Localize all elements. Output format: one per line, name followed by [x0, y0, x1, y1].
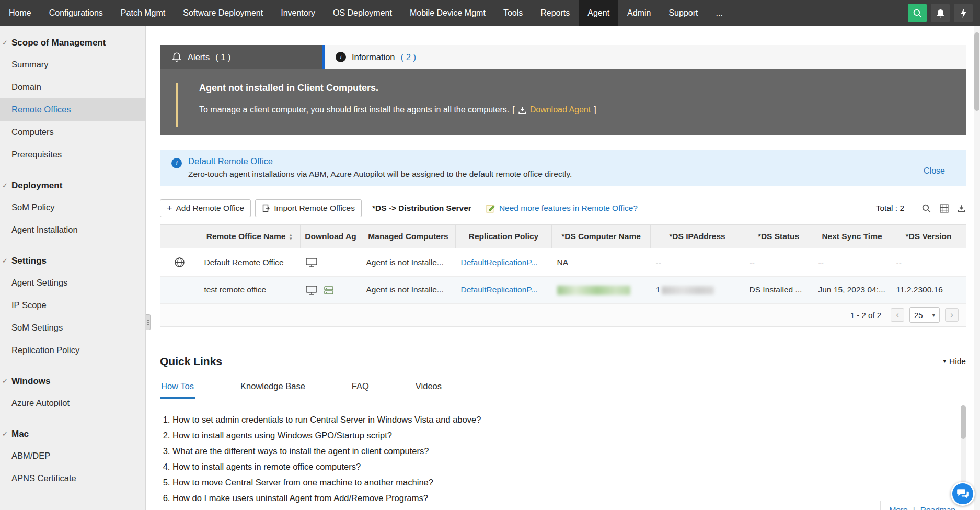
search-button[interactable]: [908, 4, 927, 22]
pagination-range: 1 - 2 of 2: [850, 311, 881, 320]
list-item[interactable]: How to install agents in remote office c…: [172, 459, 966, 474]
sidebar-section-title: ✓ Scope of Management: [0, 30, 145, 53]
nav-item-more[interactable]: ...: [707, 0, 731, 26]
notifications-button[interactable]: [931, 4, 950, 22]
table-row: Default Remote Office Agent is not Insta…: [160, 248, 966, 277]
tab-videos[interactable]: Videos: [414, 376, 443, 399]
hide-toggle[interactable]: ▾ Hide: [943, 357, 966, 366]
more-link[interactable]: More: [889, 505, 907, 510]
tab-information-label: Information: [352, 52, 395, 62]
sidebar-item-domain[interactable]: Domain: [0, 76, 145, 98]
sidebar-item-replication-policy[interactable]: Replication Policy: [0, 339, 145, 361]
scrollbar-thumb[interactable]: [961, 405, 966, 439]
search-table-icon[interactable]: [921, 203, 931, 213]
close-link[interactable]: Close: [924, 166, 945, 176]
bell-icon: [171, 52, 182, 62]
replication-policy-link[interactable]: DefaultReplicationP...: [461, 258, 538, 267]
hide-label: Hide: [949, 357, 966, 366]
list-item[interactable]: How to move Central Server from one mach…: [172, 474, 966, 490]
nav-item-reports[interactable]: Reports: [532, 0, 579, 26]
previous-page-button[interactable]: ‹: [891, 308, 904, 322]
nav-item-mobile-device-mgmt[interactable]: Mobile Device Mgmt: [401, 0, 494, 26]
nav-item-tools[interactable]: Tools: [494, 0, 532, 26]
chat-widget-button[interactable]: [951, 482, 975, 506]
header-next-sync-time: Next Sync Time: [813, 225, 891, 248]
ds-status-cell: --: [744, 248, 813, 277]
nav-item-agent[interactable]: Agent: [579, 0, 618, 26]
total-count-label: Total : 2: [876, 203, 904, 213]
header-icon-column: [160, 225, 199, 248]
tab-knowledge-base[interactable]: Knowledge Base: [239, 376, 306, 399]
footer-separator: |: [913, 505, 915, 510]
check-icon: ✓: [2, 430, 8, 438]
sort-icon[interactable]: ▲▼: [289, 233, 293, 241]
scrollbar-thumb[interactable]: [974, 32, 979, 111]
column-chooser-icon[interactable]: [940, 204, 949, 213]
nav-item-admin[interactable]: Admin: [618, 0, 660, 26]
search-icon: [913, 8, 923, 18]
sidebar-item-remote-offices[interactable]: Remote Offices: [0, 98, 145, 121]
page-size-value: 25: [914, 311, 923, 320]
header-remote-office-name[interactable]: Remote Office Name▲▼: [199, 225, 301, 248]
nav-item-patch-mgmt[interactable]: Patch Mgmt: [112, 0, 174, 26]
monitor-icon[interactable]: [306, 286, 317, 295]
import-remote-offices-label: Import Remote Offices: [274, 203, 355, 213]
quick-links-tabs: How Tos Knowledge Base FAQ Videos: [160, 376, 966, 399]
list-item[interactable]: How do I make users uninstall Agent from…: [172, 490, 966, 506]
sidebar-item-prerequisites[interactable]: Prerequisites: [0, 143, 145, 166]
header-download-agent: Download Ag: [301, 225, 361, 248]
sidebar-section-title: ✓ Mac: [0, 422, 145, 445]
quick-actions-button[interactable]: [954, 4, 973, 22]
page-scrollbar[interactable]: [974, 26, 980, 510]
sidebar-item-agent-installation[interactable]: Agent Installation: [0, 219, 145, 241]
roadmap-link[interactable]: Roadmap: [920, 505, 955, 510]
nav-item-inventory[interactable]: Inventory: [272, 0, 324, 26]
export-icon[interactable]: [957, 204, 966, 213]
tab-alerts[interactable]: Alerts ( 1 ): [160, 45, 322, 69]
list-item[interactable]: How to install agents using Windows GPO/…: [172, 427, 966, 443]
tab-information-count: ( 2 ): [401, 52, 416, 62]
sidebar-item-agent-settings[interactable]: Agent Settings: [0, 271, 145, 294]
tab-information[interactable]: i Information ( 2 ): [325, 45, 966, 69]
info-icon: i: [171, 158, 182, 168]
page-size-select[interactable]: 25 ▾: [909, 307, 940, 323]
replication-policy-link[interactable]: DefaultReplicationP...: [461, 285, 538, 294]
sidebar-item-azure-autopilot[interactable]: Azure Autopilot: [0, 392, 145, 414]
nav-item-os-deployment[interactable]: OS Deployment: [324, 0, 401, 26]
download-agent-link[interactable]: Download Agent: [530, 105, 591, 115]
add-remote-office-label: Add Remote Office: [176, 203, 245, 213]
default-remote-office-link[interactable]: Default Remote Office: [188, 156, 572, 166]
sidebar-item-summary[interactable]: Summary: [0, 53, 145, 76]
sidebar-item-computers[interactable]: Computers: [0, 121, 145, 143]
ds-version-cell: 11.2.2300.16: [891, 277, 966, 304]
need-more-features-label: Need more features in Remote Office?: [499, 203, 638, 213]
monitor-icon[interactable]: [306, 258, 317, 267]
list-item[interactable]: How to set admin credentials to run Cent…: [172, 412, 966, 427]
sidebar-item-apns-certificate[interactable]: APNS Certificate: [0, 467, 145, 490]
list-item[interactable]: What are the different ways to install t…: [172, 443, 966, 459]
sidebar-section-title: ✓ Windows: [0, 369, 145, 392]
next-sync-time-cell: --: [813, 248, 891, 277]
add-remote-office-button[interactable]: + Add Remote Office: [160, 199, 251, 217]
tab-how-tos[interactable]: How Tos: [160, 376, 195, 399]
distribution-server-icon[interactable]: [324, 286, 334, 295]
managed-computers-cell: Agent is not Installe...: [361, 277, 456, 304]
sidebar-section-label: Scope of Management: [11, 38, 106, 48]
tab-faq[interactable]: FAQ: [351, 376, 370, 399]
chat-icon: [956, 487, 970, 501]
next-page-button[interactable]: ›: [945, 308, 959, 322]
header-ds-version: *DS Version: [891, 225, 966, 248]
sidebar-item-som-policy[interactable]: SoM Policy: [0, 196, 145, 219]
import-remote-offices-button[interactable]: Import Remote Offices: [255, 199, 362, 217]
nav-item-configurations[interactable]: Configurations: [40, 0, 112, 26]
sidebar-item-ip-scope[interactable]: IP Scope: [0, 294, 145, 316]
nav-item-support[interactable]: Support: [660, 0, 707, 26]
nav-item-home[interactable]: Home: [0, 0, 40, 26]
sidebar-item-abm-dep[interactable]: ABM/DEP: [0, 445, 145, 467]
nav-item-software-deployment[interactable]: Software Deployment: [174, 0, 272, 26]
table-toolbar: + Add Remote Office Import Remote Office…: [160, 198, 966, 218]
need-more-features-link[interactable]: Need more features in Remote Office?: [486, 203, 638, 213]
sidebar-item-som-settings[interactable]: SoM Settings: [0, 316, 145, 339]
sidebar-resize-handle[interactable]: [146, 314, 151, 330]
alert-panel: Alerts ( 1 ) i Information ( 2 ) Agent n…: [160, 45, 966, 135]
